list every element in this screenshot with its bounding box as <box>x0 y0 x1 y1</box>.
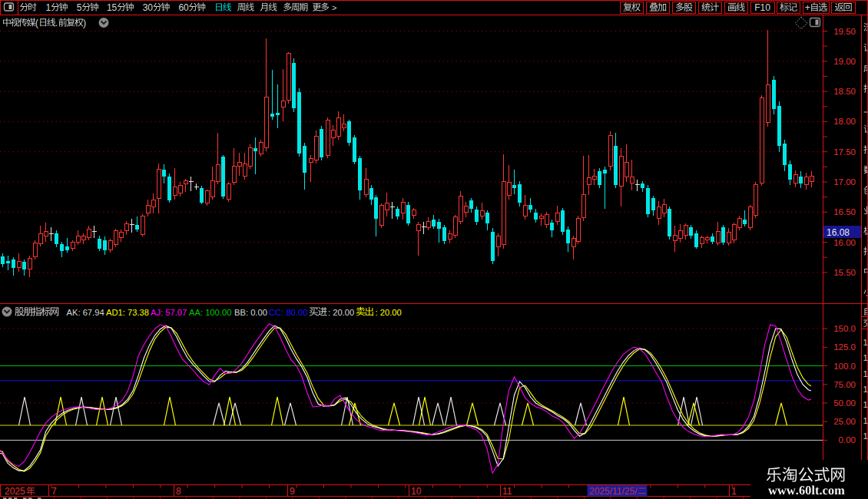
svg-text:>: > <box>332 3 336 12</box>
svg-text:1: 1 <box>863 400 868 409</box>
svg-text:25.00: 25.00 <box>833 417 856 426</box>
svg-text:.: . <box>55 18 58 28</box>
svg-text:7: 7 <box>51 486 57 497</box>
svg-text:(: ( <box>35 18 39 28</box>
svg-text:: 20.00: : 20.00 <box>328 308 354 317</box>
svg-text:1: 1 <box>731 486 737 497</box>
svg-text:1: 1 <box>863 416 868 425</box>
svg-text:1: 1 <box>863 353 868 362</box>
svg-text:0.00: 0.00 <box>839 435 856 444</box>
svg-text:18.50: 18.50 <box>833 87 856 96</box>
svg-text:BB: 0.00: BB: 0.00 <box>234 308 267 317</box>
svg-text:1: 1 <box>46 2 51 13</box>
svg-text:AD1: 73.38: AD1: 73.38 <box>106 308 149 317</box>
svg-text:50.00: 50.00 <box>833 398 856 408</box>
svg-text:16.50: 16.50 <box>833 207 856 216</box>
svg-text:10: 10 <box>411 486 422 497</box>
svg-text:100.0: 100.0 <box>833 362 856 371</box>
svg-text:1: 1 <box>863 338 868 347</box>
svg-text:F10: F10 <box>754 2 770 13</box>
svg-text:5: 5 <box>112 2 118 13</box>
svg-text:: 20.00: : 20.00 <box>376 308 402 317</box>
svg-text:AK: 67.94: AK: 67.94 <box>67 308 104 317</box>
svg-text:17.50: 17.50 <box>833 147 856 157</box>
svg-text:17.00: 17.00 <box>833 177 856 187</box>
svg-text:9: 9 <box>290 486 295 497</box>
svg-text:125.0: 125.0 <box>833 342 856 352</box>
svg-text:1: 1 <box>863 431 868 441</box>
svg-text:150.0: 150.0 <box>833 324 856 333</box>
svg-text:15.50: 15.50 <box>833 268 856 277</box>
svg-text:2025: 2025 <box>5 486 25 497</box>
svg-text:1: 1 <box>863 385 868 394</box>
svg-text:CC: 80.00: CC: 80.00 <box>269 308 307 317</box>
svg-text:18.00: 18.00 <box>833 117 856 126</box>
svg-text:): ) <box>83 18 86 28</box>
svg-text:19.50: 19.50 <box>833 27 856 36</box>
svg-text:11: 11 <box>502 486 512 497</box>
svg-text:0: 0 <box>184 2 189 13</box>
svg-text:+: + <box>805 2 810 13</box>
svg-text:0: 0 <box>147 2 153 13</box>
svg-text:AA: 100.00: AA: 100.00 <box>189 308 231 317</box>
svg-text:1: 1 <box>863 369 868 378</box>
svg-text:2025/11/25/: 2025/11/25/ <box>589 486 638 497</box>
svg-text:16.08: 16.08 <box>827 227 850 238</box>
svg-text:AJ: 57.07: AJ: 57.07 <box>151 308 187 317</box>
svg-text:8: 8 <box>176 486 181 497</box>
svg-text:75.00: 75.00 <box>833 380 856 389</box>
svg-text:19.00: 19.00 <box>833 57 856 66</box>
svg-text:5: 5 <box>77 2 82 13</box>
svg-text:16.00: 16.00 <box>833 238 856 247</box>
